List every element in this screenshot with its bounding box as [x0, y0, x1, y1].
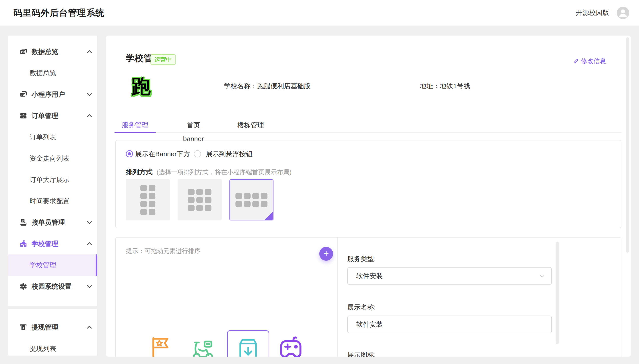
tab-home-banner[interactable]: 首页banner: [177, 118, 210, 132]
radio-floating-button[interactable]: [194, 150, 201, 157]
top-header: 码里码外后台管理系统 开源校园版: [0, 0, 639, 26]
display-options-panel: 展示在Banner下方 展示到悬浮按钮 排列方式 (选择一项排列方式，将在小程序…: [115, 140, 621, 228]
sidebar-group-miniprogram-users[interactable]: 小程序用户: [8, 84, 97, 105]
sidebar-item-time-requirement-config[interactable]: 时间要求配置: [8, 190, 97, 212]
chevron-down-icon: [86, 219, 93, 226]
sidebar: 数据总览 数据总览 小程序用户 订单管理 订单列表 资金走向列表 订单大厅展示 …: [8, 36, 97, 306]
status-badge: 运营中: [151, 54, 176, 65]
display-icon-label: 展示图标:: [347, 350, 376, 357]
sidebar-item-label: 订单列表: [30, 133, 56, 142]
chevron-up-icon: [86, 324, 93, 331]
layout-option-grid-4x2-selected[interactable]: [229, 179, 273, 220]
drag-sort-hint: 提示：可拖动元素进行排序: [126, 247, 201, 255]
order-management-icon: [20, 112, 27, 120]
active-tab-underline: [115, 132, 156, 133]
page-scrollbar[interactable]: [626, 37, 629, 253]
sidebar-item-data-overview[interactable]: 数据总览: [8, 62, 97, 84]
sidebar-group-label: 数据总览: [32, 47, 58, 56]
sidebar-item-label: 时间要求配置: [30, 197, 70, 206]
sidebar-group-order-management[interactable]: 订单管理: [8, 105, 97, 126]
sidebar-withdraw-section: ¥ 提现管理 提现列表: [8, 309, 97, 356]
sidebar-group-school-management[interactable]: 学校管理: [8, 233, 97, 254]
radio-banner-below[interactable]: [126, 150, 133, 157]
sidebar-group-label: 接单员管理: [32, 218, 65, 227]
campus-settings-icon: [20, 283, 27, 290]
chevron-up-icon: [86, 240, 93, 247]
arrangement-label: 排列方式: [126, 168, 153, 176]
chevron-up-icon: [86, 48, 93, 55]
miniprogram-user-icon: [20, 91, 27, 98]
select-chevron-down-icon: [539, 273, 546, 279]
pencil-icon: [573, 58, 579, 64]
layout-option-grid-3x3[interactable]: [178, 179, 222, 220]
game-controller-icon[interactable]: [278, 336, 304, 357]
sidebar-group-label: 订单管理: [32, 111, 58, 120]
display-name-input[interactable]: [347, 316, 552, 333]
add-service-button[interactable]: +: [319, 247, 333, 261]
radio-banner-below-label[interactable]: 展示在Banner下方: [135, 150, 190, 158]
tab-service-management[interactable]: 服务管理: [115, 118, 156, 132]
sidebar-group-label: 学校管理: [32, 239, 58, 248]
app-title: 码里码外后台管理系统: [13, 0, 105, 26]
sidebar-item-school-management[interactable]: 学校管理: [8, 254, 97, 276]
school-logo: 跑: [131, 73, 151, 100]
sidebar-group-label: 小程序用户: [32, 90, 65, 99]
layout-option-grid-2x4[interactable]: [126, 179, 170, 220]
delivery-scooter-icon[interactable]: [190, 337, 216, 357]
service-type-value: 软件安装: [356, 272, 383, 281]
sidebar-group-label: 校园系统设置: [32, 282, 72, 291]
edit-info-link[interactable]: 修改信息: [573, 57, 606, 65]
panel-divider: [337, 238, 338, 357]
layout-options: [126, 179, 273, 220]
display-name-label: 展示名称:: [347, 303, 376, 312]
sidebar-group-campus-settings[interactable]: 校园系统设置: [8, 276, 97, 297]
school-address: 地址：地铁1号线: [420, 82, 470, 91]
sidebar-item-order-hall-display[interactable]: 订单大厅展示: [8, 169, 97, 190]
edition-label: 开源校园版: [576, 8, 609, 17]
sidebar-group-label: 提现管理: [32, 323, 58, 332]
sidebar-group-withdraw-management[interactable]: ¥ 提现管理: [8, 317, 97, 338]
sidebar-item-label: 提现列表: [30, 344, 56, 353]
data-overview-icon: [20, 48, 27, 56]
tab-building-management[interactable]: 楼栋管理: [237, 118, 265, 132]
chevron-down-icon: [86, 91, 93, 98]
tabs-separator: [115, 132, 621, 133]
school-name: 学校名称：跑腿便利店基础版: [224, 82, 311, 91]
service-type-label: 服务类型:: [347, 254, 376, 264]
school-management-icon: [20, 240, 27, 248]
user-avatar-icon[interactable]: [617, 7, 629, 19]
sidebar-group-data-overview[interactable]: 数据总览: [8, 41, 97, 62]
sidebar-item-label: 订单大厅展示: [30, 175, 70, 184]
sidebar-item-label: 资金走向列表: [30, 154, 70, 163]
sidebar-item-label: 学校管理: [30, 261, 56, 270]
selected-service-card[interactable]: [227, 330, 269, 357]
main-content: 学校管理 运营中 修改信息 跑 学校名称：跑腿便利店基础版 地址：地铁1号线 服…: [106, 36, 631, 357]
arrangement-hint: (选择一项排列方式，将在小程序端首页展示布局): [157, 169, 291, 176]
sidebar-group-courier-management[interactable]: 接单员管理: [8, 212, 97, 233]
service-type-select[interactable]: 软件安装: [347, 267, 552, 285]
edit-info-label: 修改信息: [581, 57, 606, 65]
chevron-up-icon: [86, 112, 93, 119]
sidebar-item-label: 数据总览: [30, 69, 56, 78]
chevron-down-icon: [86, 283, 93, 290]
sidebar-item-order-list[interactable]: 订单列表: [8, 126, 97, 148]
courier-management-icon: [20, 219, 27, 226]
sidebar-item-withdraw-list[interactable]: 提现列表: [8, 338, 97, 356]
svg-text:¥: ¥: [23, 326, 24, 330]
sidebar-item-fund-flow-list[interactable]: 资金走向列表: [8, 148, 97, 169]
plus-icon: +: [324, 249, 329, 258]
withdraw-management-icon: ¥: [20, 324, 27, 331]
service-sort-panel: 提示：可拖动元素进行排序 + 服务类型: 软件安装 展示名称: 展示图标:: [115, 237, 621, 357]
software-install-icon: [237, 337, 259, 357]
flag-star-icon[interactable]: [149, 336, 173, 357]
form-scrollbar[interactable]: [556, 242, 559, 344]
radio-floating-button-label[interactable]: 展示到悬浮按钮: [206, 150, 253, 158]
arrangement-row: 排列方式 (选择一项排列方式，将在小程序端首页展示布局): [126, 168, 291, 177]
